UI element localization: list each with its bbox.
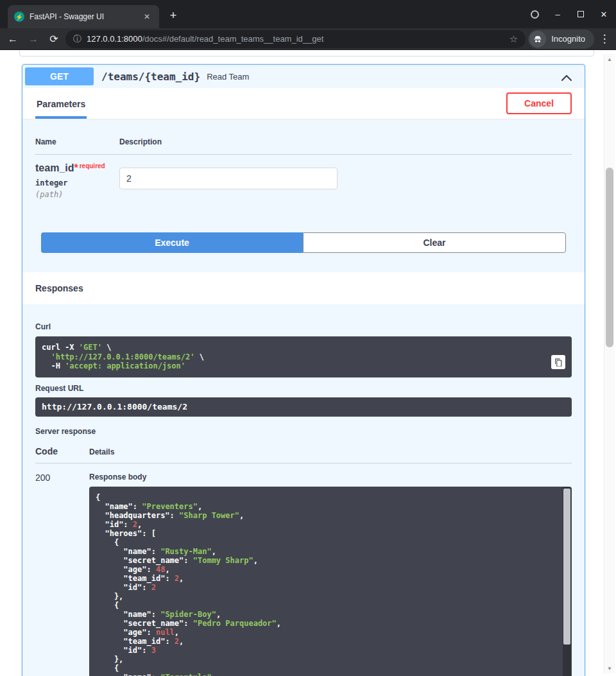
- page-info-icon[interactable]: ⓘ: [73, 33, 81, 45]
- browser-toolbar: ← → ⟳ ⓘ 127.0.0.1:8000/docs#/default/rea…: [0, 28, 616, 50]
- curl-code-block: curl -X 'GET' \ 'http://127.0.0.1:8000/t…: [35, 336, 572, 377]
- bookmark-star-icon[interactable]: ☆: [509, 33, 518, 45]
- cancel-button[interactable]: Cancel: [506, 92, 572, 114]
- column-details-header: Details: [89, 447, 114, 456]
- operation-path: /teams/{team_id}: [94, 71, 207, 83]
- column-name-header: Name: [35, 137, 119, 146]
- required-star: *: [74, 162, 78, 173]
- curl-label: Curl: [35, 322, 572, 331]
- tab-title: FastAPI - Swagger UI: [30, 12, 136, 21]
- response-body-label: Response body: [89, 472, 572, 481]
- scroll-down-icon[interactable]: ▼: [604, 663, 615, 673]
- parameters-section: Name Description team_id*required intege…: [22, 119, 585, 272]
- tab-parameters: Parameters: [35, 88, 87, 119]
- scroll-up-icon[interactable]: ▲: [604, 54, 615, 64]
- execute-button[interactable]: Execute: [41, 232, 303, 253]
- response-body-block: { "name": "Preventers", "headquarters": …: [89, 487, 572, 676]
- team-id-input[interactable]: [119, 168, 338, 189]
- parameter-row: team_id*required integer (path): [35, 155, 572, 199]
- operation-summary[interactable]: GET /teams/{team_id} Read Team: [22, 65, 585, 88]
- column-code-header: Code: [35, 446, 89, 456]
- response-row: 200 Response body { "name": "Preventers"…: [35, 472, 572, 676]
- window-badge-icon[interactable]: [527, 7, 542, 21]
- parameter-type: integer: [35, 174, 119, 187]
- parameter-name: team_id*required: [35, 162, 119, 174]
- responses-heading: Responses: [22, 272, 585, 304]
- response-details-cell: Response body { "name": "Preventers", "h…: [89, 472, 572, 676]
- server-response-label: Server response: [35, 427, 572, 436]
- maximize-button[interactable]: [574, 7, 588, 21]
- address-bar[interactable]: ⓘ 127.0.0.1:8000/docs#/default/read_team…: [65, 30, 526, 48]
- parameter-name-cell: team_id*required integer (path): [35, 162, 119, 199]
- url-text: 127.0.0.1:8000/docs#/default/read_team_t…: [87, 34, 504, 44]
- reload-button-icon[interactable]: ⟳: [45, 30, 63, 48]
- parameter-location: (path): [35, 187, 119, 199]
- url-path: /docs#/default/read_team_teams__team_id_…: [142, 34, 324, 44]
- execute-row: Execute Clear: [41, 232, 566, 253]
- operation-description: Read Team: [207, 72, 249, 82]
- required-label: required: [80, 162, 105, 169]
- browser-titlebar: ⚡ FastAPI - Swagger UI ✕ + – ✕: [0, 0, 616, 28]
- previous-section-edge: [19, 50, 594, 56]
- curl-command: curl -X 'GET' \ 'http://127.0.0.1:8000/t…: [42, 343, 565, 371]
- fastapi-favicon-icon: ⚡: [14, 12, 24, 22]
- parameters-tab-bar: Parameters Cancel: [22, 88, 585, 119]
- browser-tab[interactable]: ⚡ FastAPI - Swagger UI ✕: [8, 5, 159, 28]
- new-tab-button[interactable]: +: [164, 6, 182, 24]
- page-scrollbar[interactable]: ▲ ▼: [604, 54, 615, 673]
- opblock-get-read-team: GET /teams/{team_id} Read Team Parameter…: [22, 64, 585, 676]
- response-body-json: { "name": "Preventers", "headquarters": …: [96, 493, 565, 676]
- responses-section: Curl curl -X 'GET' \ 'http://127.0.0.1:8…: [22, 304, 585, 676]
- tab-close-icon[interactable]: ✕: [141, 11, 153, 22]
- parameters-table-header: Name Description: [35, 137, 572, 155]
- clear-button[interactable]: Clear: [303, 232, 566, 253]
- code-details-header: Code Details: [35, 446, 572, 464]
- copy-to-clipboard-icon[interactable]: [551, 355, 565, 369]
- incognito-badge: Incognito: [528, 30, 594, 49]
- collapse-chevron-icon[interactable]: [561, 69, 582, 83]
- response-body-scrollbar-thumb[interactable]: [563, 489, 570, 645]
- window-controls: – ✕: [527, 0, 611, 28]
- incognito-label: Incognito: [551, 34, 585, 44]
- browser-menu-icon[interactable]: ⋮: [597, 32, 612, 46]
- parameter-value-cell: [119, 162, 572, 199]
- request-url-value: http://127.0.0.1:8000/teams/2: [35, 397, 572, 417]
- page-content: GET /teams/{team_id} Read Team Parameter…: [0, 50, 616, 676]
- page-scrollbar-thumb[interactable]: [606, 168, 613, 347]
- forward-button-icon: →: [24, 30, 42, 48]
- request-url-label: Request URL: [35, 384, 572, 393]
- minimize-button[interactable]: –: [551, 7, 565, 21]
- status-code: 200: [35, 472, 89, 676]
- url-host: 127.0.0.1:8000: [87, 34, 142, 44]
- incognito-icon: [529, 31, 546, 48]
- back-button-icon[interactable]: ←: [4, 30, 22, 48]
- column-description-header: Description: [119, 137, 572, 146]
- close-button[interactable]: ✕: [597, 7, 611, 21]
- method-badge: GET: [25, 67, 94, 85]
